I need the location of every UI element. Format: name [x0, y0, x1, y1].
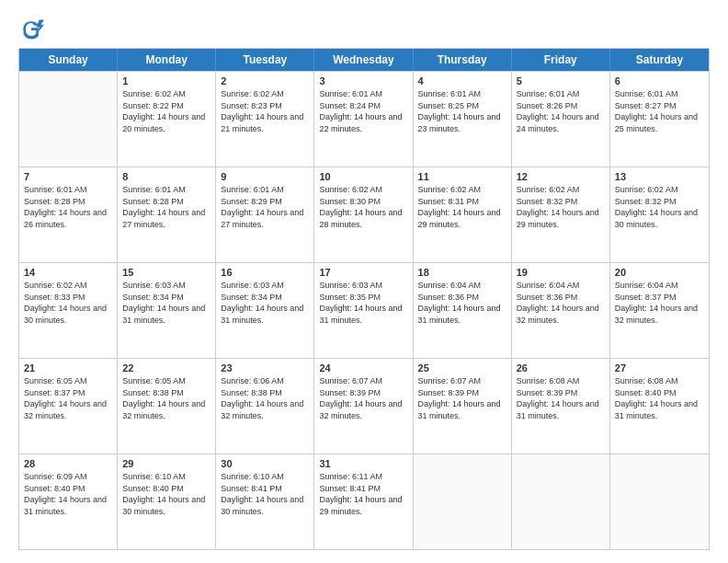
calendar-cell: 5Sunrise: 6:01 AM Sunset: 8:26 PM Daylig… [512, 72, 610, 167]
cell-info: Sunrise: 6:02 AM Sunset: 8:33 PM Dayligh… [24, 280, 112, 326]
cell-info: Sunrise: 6:11 AM Sunset: 8:41 PM Dayligh… [319, 471, 407, 517]
calendar-cell: 22Sunrise: 6:05 AM Sunset: 8:38 PM Dayli… [118, 359, 216, 454]
day-number: 23 [221, 362, 309, 373]
calendar-body: 1Sunrise: 6:02 AM Sunset: 8:22 PM Daylig… [19, 71, 709, 549]
day-number: 22 [122, 362, 210, 373]
cell-info: Sunrise: 6:06 AM Sunset: 8:38 PM Dayligh… [221, 375, 309, 421]
day-number: 10 [319, 171, 407, 182]
day-number: 19 [517, 267, 605, 278]
calendar-cell: 13Sunrise: 6:02 AM Sunset: 8:32 PM Dayli… [610, 167, 709, 262]
cell-info: Sunrise: 6:10 AM Sunset: 8:41 PM Dayligh… [221, 471, 309, 517]
calendar-page: SundayMondayTuesdayWednesdayThursdayFrid… [0, 0, 728, 563]
calendar-cell: 18Sunrise: 6:04 AM Sunset: 8:36 PM Dayli… [414, 263, 512, 358]
calendar-cell: 23Sunrise: 6:06 AM Sunset: 8:38 PM Dayli… [216, 359, 314, 454]
cell-info: Sunrise: 6:01 AM Sunset: 8:25 PM Dayligh… [418, 88, 506, 134]
calendar-cell: 30Sunrise: 6:10 AM Sunset: 8:41 PM Dayli… [216, 454, 314, 549]
calendar-header-cell: Monday [118, 49, 216, 71]
day-number: 31 [319, 458, 407, 469]
cell-info: Sunrise: 6:07 AM Sunset: 8:39 PM Dayligh… [418, 375, 506, 421]
day-number: 5 [517, 75, 605, 86]
cell-info: Sunrise: 6:02 AM Sunset: 8:32 PM Dayligh… [517, 184, 605, 230]
calendar-week: 28Sunrise: 6:09 AM Sunset: 8:40 PM Dayli… [19, 454, 709, 549]
cell-info: Sunrise: 6:03 AM Sunset: 8:34 PM Dayligh… [122, 280, 210, 326]
calendar-cell [19, 72, 118, 167]
calendar-header-cell: Thursday [414, 49, 512, 71]
calendar-cell: 21Sunrise: 6:05 AM Sunset: 8:37 PM Dayli… [19, 359, 118, 454]
cell-info: Sunrise: 6:08 AM Sunset: 8:39 PM Dayligh… [517, 375, 605, 421]
day-number: 20 [615, 267, 704, 278]
day-number: 29 [122, 458, 210, 469]
cell-info: Sunrise: 6:07 AM Sunset: 8:39 PM Dayligh… [319, 375, 407, 421]
calendar-cell: 17Sunrise: 6:03 AM Sunset: 8:35 PM Dayli… [314, 263, 413, 358]
day-number: 25 [418, 362, 506, 373]
day-number: 15 [122, 267, 210, 278]
day-number: 8 [122, 171, 210, 182]
page-header [18, 17, 710, 42]
calendar-header-cell: Tuesday [216, 49, 314, 71]
cell-info: Sunrise: 6:02 AM Sunset: 8:32 PM Dayligh… [615, 184, 704, 230]
day-number: 2 [221, 75, 309, 86]
calendar-cell: 27Sunrise: 6:08 AM Sunset: 8:40 PM Dayli… [610, 359, 709, 454]
calendar-cell: 6Sunrise: 6:01 AM Sunset: 8:27 PM Daylig… [610, 72, 709, 167]
day-number: 14 [24, 267, 112, 278]
calendar-cell: 2Sunrise: 6:02 AM Sunset: 8:23 PM Daylig… [216, 72, 314, 167]
cell-info: Sunrise: 6:02 AM Sunset: 8:31 PM Dayligh… [418, 184, 506, 230]
calendar-week: 1Sunrise: 6:02 AM Sunset: 8:22 PM Daylig… [19, 71, 709, 167]
calendar-cell: 15Sunrise: 6:03 AM Sunset: 8:34 PM Dayli… [118, 263, 216, 358]
cell-info: Sunrise: 6:03 AM Sunset: 8:34 PM Dayligh… [221, 280, 309, 326]
day-number: 21 [24, 362, 112, 373]
calendar-cell: 11Sunrise: 6:02 AM Sunset: 8:31 PM Dayli… [414, 167, 512, 262]
calendar-cell: 19Sunrise: 6:04 AM Sunset: 8:36 PM Dayli… [512, 263, 610, 358]
calendar-header-cell: Friday [512, 49, 610, 71]
calendar-cell: 7Sunrise: 6:01 AM Sunset: 8:28 PM Daylig… [19, 167, 118, 262]
calendar-header-cell: Sunday [19, 49, 118, 71]
cell-info: Sunrise: 6:01 AM Sunset: 8:28 PM Dayligh… [24, 184, 112, 230]
day-number: 27 [615, 362, 704, 373]
calendar-cell: 12Sunrise: 6:02 AM Sunset: 8:32 PM Dayli… [512, 167, 610, 262]
day-number: 12 [517, 171, 605, 182]
logo-icon [18, 17, 44, 42]
calendar-cell: 16Sunrise: 6:03 AM Sunset: 8:34 PM Dayli… [216, 263, 314, 358]
cell-info: Sunrise: 6:10 AM Sunset: 8:40 PM Dayligh… [122, 471, 210, 517]
day-number: 16 [221, 267, 309, 278]
calendar-cell: 25Sunrise: 6:07 AM Sunset: 8:39 PM Dayli… [414, 359, 512, 454]
day-number: 4 [418, 75, 506, 86]
day-number: 17 [319, 267, 407, 278]
cell-info: Sunrise: 6:02 AM Sunset: 8:23 PM Dayligh… [221, 88, 309, 134]
calendar: SundayMondayTuesdayWednesdayThursdayFrid… [18, 48, 710, 550]
day-number: 11 [418, 171, 506, 182]
day-number: 26 [517, 362, 605, 373]
day-number: 13 [615, 171, 704, 182]
day-number: 18 [418, 267, 506, 278]
calendar-cell: 14Sunrise: 6:02 AM Sunset: 8:33 PM Dayli… [19, 263, 118, 358]
day-number: 24 [319, 362, 407, 373]
calendar-header-cell: Saturday [610, 49, 709, 71]
cell-info: Sunrise: 6:08 AM Sunset: 8:40 PM Dayligh… [615, 375, 704, 421]
day-number: 30 [221, 458, 309, 469]
day-number: 1 [122, 75, 210, 86]
cell-info: Sunrise: 6:09 AM Sunset: 8:40 PM Dayligh… [24, 471, 112, 517]
calendar-cell [512, 454, 610, 549]
calendar-cell [610, 454, 709, 549]
cell-info: Sunrise: 6:04 AM Sunset: 8:37 PM Dayligh… [615, 280, 704, 326]
calendar-cell: 3Sunrise: 6:01 AM Sunset: 8:24 PM Daylig… [314, 72, 413, 167]
calendar-week: 21Sunrise: 6:05 AM Sunset: 8:37 PM Dayli… [19, 358, 709, 454]
cell-info: Sunrise: 6:01 AM Sunset: 8:29 PM Dayligh… [221, 184, 309, 230]
day-number: 6 [615, 75, 704, 86]
calendar-header-cell: Wednesday [314, 49, 413, 71]
cell-info: Sunrise: 6:03 AM Sunset: 8:35 PM Dayligh… [319, 280, 407, 326]
calendar-cell: 1Sunrise: 6:02 AM Sunset: 8:22 PM Daylig… [118, 72, 216, 167]
calendar-week: 7Sunrise: 6:01 AM Sunset: 8:28 PM Daylig… [19, 167, 709, 262]
cell-info: Sunrise: 6:05 AM Sunset: 8:38 PM Dayligh… [122, 375, 210, 421]
calendar-cell: 10Sunrise: 6:02 AM Sunset: 8:30 PM Dayli… [314, 167, 413, 262]
day-number: 9 [221, 171, 309, 182]
logo [18, 17, 48, 42]
cell-info: Sunrise: 6:02 AM Sunset: 8:22 PM Dayligh… [122, 88, 210, 134]
calendar-cell: 31Sunrise: 6:11 AM Sunset: 8:41 PM Dayli… [314, 454, 413, 549]
cell-info: Sunrise: 6:01 AM Sunset: 8:24 PM Dayligh… [319, 88, 407, 134]
calendar-cell: 24Sunrise: 6:07 AM Sunset: 8:39 PM Dayli… [314, 359, 413, 454]
calendar-cell: 29Sunrise: 6:10 AM Sunset: 8:40 PM Dayli… [118, 454, 216, 549]
calendar-week: 14Sunrise: 6:02 AM Sunset: 8:33 PM Dayli… [19, 262, 709, 358]
cell-info: Sunrise: 6:05 AM Sunset: 8:37 PM Dayligh… [24, 375, 112, 421]
calendar-cell: 9Sunrise: 6:01 AM Sunset: 8:29 PM Daylig… [216, 167, 314, 262]
